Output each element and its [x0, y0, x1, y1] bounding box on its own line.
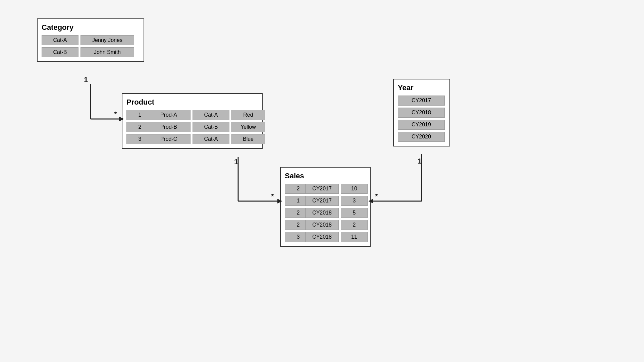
year-box: Year CY2017 CY2018 CY2019 CY2020 — [393, 79, 450, 146]
sales-box: Sales 2 CY2017 10 1 CY2017 3 2 CY2018 5 … — [280, 167, 371, 247]
year-grid: CY2017 CY2018 CY2019 CY2020 — [398, 96, 445, 142]
svg-text:1: 1 — [84, 75, 88, 84]
category-title: Category — [42, 23, 140, 32]
sales-r4-year: CY2018 — [305, 220, 339, 230]
sales-r1-year: CY2017 — [305, 184, 339, 194]
year-cy2017: CY2017 — [398, 96, 445, 106]
year-cy2019: CY2019 — [398, 120, 445, 130]
product-box: Product 1 Prod-A Cat-A Red 2 Prod-B Cat-… — [122, 93, 263, 149]
year-title: Year — [398, 83, 445, 92]
prod-row3-name: Prod-C — [147, 134, 191, 144]
cat-a-cell: Cat-A — [42, 35, 78, 45]
sales-title: Sales — [285, 172, 366, 180]
svg-text:*: * — [375, 192, 378, 200]
category-grid: Cat-A Jenny Jones Cat-B John Smith — [42, 35, 140, 57]
sales-r2-year: CY2017 — [305, 196, 339, 206]
prod-row1-name: Prod-A — [147, 110, 191, 120]
sales-r3-val: 5 — [341, 208, 368, 218]
year-cy2018: CY2018 — [398, 108, 445, 118]
svg-text:*: * — [271, 192, 274, 200]
prod-row2-cat: Cat-B — [193, 122, 229, 132]
prod-row2-color: Yellow — [231, 122, 265, 132]
sales-r1-val: 10 — [341, 184, 368, 194]
cat-b-cell: Cat-B — [42, 47, 78, 57]
svg-text:1: 1 — [418, 157, 422, 165]
sales-grid: 2 CY2017 10 1 CY2017 3 2 CY2018 5 2 CY20… — [285, 184, 366, 242]
john-smith-cell: John Smith — [80, 47, 134, 57]
sales-r2-val: 3 — [341, 196, 368, 206]
prod-row1-cat: Cat-A — [193, 110, 229, 120]
svg-text:*: * — [114, 110, 117, 118]
prod-row2-name: Prod-B — [147, 122, 191, 132]
year-cy2020: CY2020 — [398, 132, 445, 142]
sales-r5-year: CY2018 — [305, 232, 339, 242]
sales-r3-year: CY2018 — [305, 208, 339, 218]
prod-row3-cat: Cat-A — [193, 134, 229, 144]
svg-text:1: 1 — [234, 158, 238, 166]
prod-row1-color: Red — [231, 110, 265, 120]
product-grid: 1 Prod-A Cat-A Red 2 Prod-B Cat-B Yellow… — [126, 110, 258, 144]
category-box: Category Cat-A Jenny Jones Cat-B John Sm… — [37, 18, 144, 62]
product-title: Product — [126, 98, 258, 107]
sales-r5-val: 11 — [341, 232, 368, 242]
sales-r4-val: 2 — [341, 220, 368, 230]
jenny-jones-cell: Jenny Jones — [80, 35, 134, 45]
prod-row3-color: Blue — [231, 134, 265, 144]
